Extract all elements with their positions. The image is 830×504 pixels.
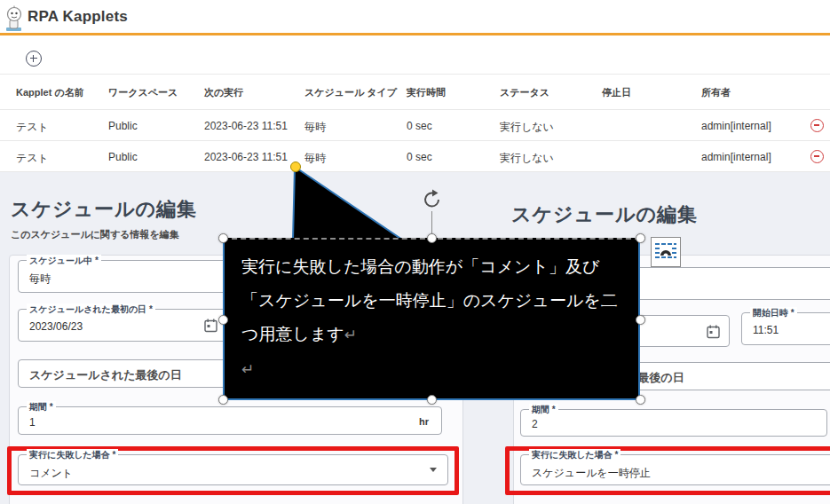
on-failure-field-right[interactable]: 実行に失敗した場合 * スケジュールを一時停止 [520, 454, 830, 485]
resize-handle-mid-right[interactable] [636, 315, 645, 325]
field-placeholder: スケジュールされた最後の日 [29, 367, 182, 383]
return-mark: ↵ [241, 361, 254, 378]
left-panel-title: スケジュールの編集 [11, 196, 197, 223]
cell-kapplet-name: テスト [16, 151, 49, 166]
chevron-down-icon[interactable] [430, 468, 437, 472]
table-header-row: Kapplet の名前 ワークスペース 次の実行 スケジュール タイプ 実行時間… [0, 75, 830, 110]
cell-owner: admin[internal] [701, 151, 771, 163]
adjust-handle-yellow[interactable] [290, 161, 301, 172]
on-failure-dropdown[interactable]: 実行に失敗した場合 * コメント [18, 454, 448, 485]
resize-handle-top-right[interactable] [636, 233, 645, 243]
cell-workspace: Public [108, 151, 138, 163]
table-row[interactable]: テスト Public 2023-06-23 11:51 毎時 0 sec 実行し… [0, 110, 830, 141]
layout-options-button[interactable] [651, 237, 681, 267]
column-header: 所有者 [701, 86, 731, 99]
callout-tail [286, 160, 410, 241]
callout-annotation[interactable]: 実行に失敗した場合の動作が「コメント」及び「スケジュールを一時停止」のスケジュー… [223, 238, 640, 400]
rotate-stem [431, 211, 432, 234]
left-panel-subtitle: このスケジュールに関する情報を編集 [11, 228, 179, 241]
return-mark: ↵ [344, 327, 357, 343]
cell-duration: 0 sec [407, 151, 432, 163]
rotate-handle-icon[interactable] [421, 188, 444, 211]
app-header: RPA Kapplets [0, 0, 830, 35]
column-header: 停止日 [602, 86, 631, 99]
cell-owner: admin[internal] [701, 120, 771, 132]
add-schedule-icon[interactable] [26, 51, 42, 67]
remove-schedule-icon[interactable] [810, 119, 824, 132]
field-label: スケジュール中 * [27, 255, 101, 266]
cell-status: 実行しない [500, 151, 554, 166]
calendar-icon[interactable] [204, 319, 217, 333]
field-unit-suffix: hr [419, 416, 429, 427]
field-value: 2023/06/23 [29, 320, 83, 333]
cell-next-run: 2023-06-23 11:51 [204, 120, 288, 132]
callout-text: 実行に失敗した場合の動作が「コメント」及び「スケジュールを一時停止」のスケジュー… [241, 250, 629, 387]
field-label: 実行に失敗した場合 * [529, 449, 621, 461]
first-day-field[interactable]: スケジュールされた最初の日 * 2023/06/23 [18, 309, 227, 342]
layout-options-icon [652, 238, 680, 266]
cell-duration: 0 sec [407, 120, 432, 132]
period-field[interactable]: 期間 * 1 hr [18, 406, 442, 435]
field-label: 開始日時 * [750, 307, 797, 319]
start-time-field[interactable]: 開始日時 * 11:51 [741, 312, 830, 345]
cell-schedule-type: 毎時 [304, 120, 326, 135]
column-header: スケジュール タイプ [304, 86, 397, 99]
toolbar [0, 38, 830, 75]
field-value: コメント [29, 466, 73, 481]
cell-status: 実行しない [500, 120, 554, 135]
field-label: スケジュールされた最初の日 * [27, 303, 155, 315]
period-field-right[interactable]: 期間 * 2 [520, 409, 827, 437]
field-label: 期間 * [27, 401, 56, 413]
rpa-kapplets-screen: RPA Kapplets Kapplet の名前 ワークスペース 次の実行 スケ… [0, 0, 830, 504]
resize-handle-mid-left[interactable] [218, 315, 228, 325]
field-value: 2 [532, 418, 538, 430]
resize-handle-top-left[interactable] [218, 233, 228, 243]
field-value: 毎時 [29, 272, 51, 287]
column-header: ステータス [500, 86, 549, 99]
field-label: 期間 * [529, 404, 558, 415]
field-value: スケジュールを一時停止 [532, 466, 651, 481]
robot-logo-icon [3, 5, 26, 32]
resize-handle-bottom-mid[interactable] [427, 395, 437, 405]
resize-handle-bottom-left[interactable] [218, 395, 228, 405]
field-label: 実行に失敗した場合 * [27, 449, 118, 461]
cell-kapplet-name: テスト [16, 120, 49, 135]
cell-workspace: Public [108, 120, 138, 132]
right-panel-title: スケジュールの編集 [511, 201, 698, 228]
cell-next-run: 2023-06-23 11:51 [204, 151, 288, 163]
column-header: 次の実行 [204, 86, 243, 99]
column-header: ワークスペース [108, 86, 178, 99]
column-header: Kapplet の名前 [16, 86, 84, 99]
field-value: 1 [29, 416, 36, 429]
table-row[interactable]: テスト Public 2023-06-23 11:51 毎時 0 sec 実行し… [0, 141, 830, 172]
resize-handle-bottom-right[interactable] [636, 395, 645, 405]
resize-handle-top-mid[interactable] [427, 233, 437, 243]
calendar-icon[interactable] [707, 325, 720, 339]
remove-schedule-icon[interactable] [810, 150, 824, 163]
field-value: 11:51 [753, 324, 779, 336]
column-header: 実行時間 [407, 86, 446, 99]
page-title: RPA Kapplets [28, 8, 128, 26]
